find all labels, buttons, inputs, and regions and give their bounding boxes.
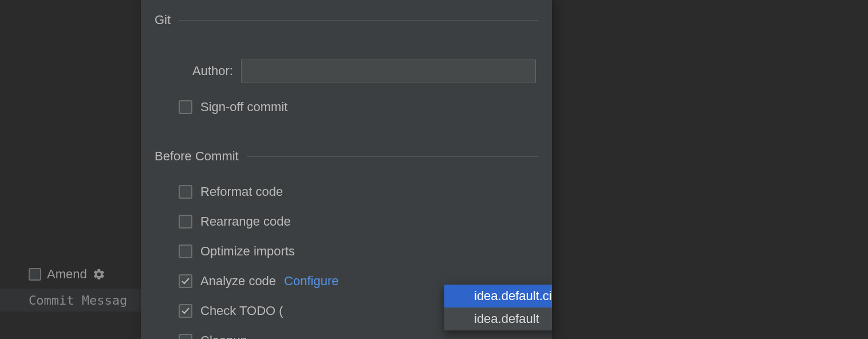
checkbox-cleanup[interactable]: [179, 334, 192, 339]
amend-row: Amend: [29, 267, 105, 282]
dropdown-item-label: idea.default.ci: [474, 289, 552, 303]
gear-icon[interactable]: [93, 268, 105, 281]
commit-tool-left-pane: Amend Commit Messag: [0, 0, 141, 339]
option-label: Check TODO (: [200, 303, 283, 318]
section-header-git: Git: [141, 13, 552, 27]
author-label: Author:: [192, 64, 233, 78]
divider: [179, 20, 538, 21]
amend-label: Amend: [47, 267, 87, 282]
option-label: Sign-off commit: [200, 100, 287, 115]
option-label: Cleanup: [200, 333, 247, 339]
section-title-git: Git: [155, 13, 171, 27]
commit-options-panel: Git Author: Sign-off commit Before Commi…: [141, 0, 552, 339]
dropdown-item[interactable]: idea.default: [444, 308, 552, 330]
checkbox-rearrange[interactable]: [179, 215, 192, 228]
dropdown-item-label: idea.default: [474, 312, 539, 326]
dropdown-item[interactable]: idea.default.ci: [444, 285, 552, 308]
commit-message-header: Commit Messag: [0, 289, 141, 312]
author-row: Author:: [141, 60, 552, 82]
divider: [247, 156, 538, 157]
git-options-list: Sign-off commit: [141, 96, 552, 118]
section-title-before: Before Commit: [155, 149, 239, 164]
option-optimize[interactable]: Optimize imports: [179, 241, 552, 262]
option-label: Rearrange code: [200, 214, 291, 229]
option-signoff[interactable]: Sign-off commit: [179, 96, 552, 118]
option-cleanup[interactable]: Cleanup: [179, 330, 552, 339]
checkbox-check-todo[interactable]: [179, 304, 192, 318]
checkbox-reformat[interactable]: [179, 185, 192, 199]
option-label: Analyze code: [200, 274, 276, 289]
section-header-before-commit: Before Commit: [141, 149, 552, 164]
checkbox-analyze[interactable]: [179, 274, 192, 288]
checkbox-signoff[interactable]: [179, 100, 192, 114]
option-reformat[interactable]: Reformat code: [179, 181, 552, 203]
analyze-configure-link[interactable]: Configure: [284, 274, 338, 289]
option-label: Reformat code: [200, 184, 283, 199]
option-label: Optimize imports: [200, 244, 295, 259]
amend-checkbox[interactable]: [29, 268, 41, 281]
author-input[interactable]: [241, 60, 536, 82]
checkbox-optimize[interactable]: [179, 245, 192, 258]
configure-dropdown: idea.default.ci idea.default: [444, 285, 552, 330]
commit-message-label: Commit Messag: [29, 293, 127, 308]
option-rearrange[interactable]: Rearrange code: [179, 211, 552, 232]
